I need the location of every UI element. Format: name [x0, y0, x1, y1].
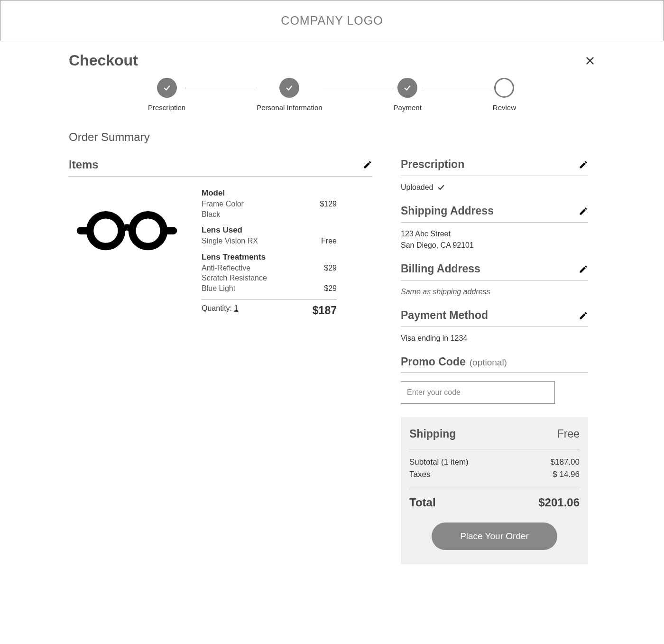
check-icon [437, 184, 445, 191]
edit-items-icon[interactable] [363, 160, 372, 169]
treatment-price: $29 [324, 263, 337, 273]
company-logo: COMPANY LOGO [0, 14, 664, 28]
quantity[interactable]: Quantity: 1 [202, 304, 238, 313]
quantity-value: 1 [234, 304, 238, 312]
promo-optional: (optional) [470, 357, 507, 368]
totals-box: Shipping Free Subtotal (1 item) $187.00 … [401, 417, 588, 564]
lens-used-value: Single Vision RX [202, 236, 258, 246]
billing-text: Same as shipping address [401, 280, 588, 298]
svg-point-2 [90, 215, 122, 247]
payment-method-heading: Payment Method [401, 309, 488, 322]
step-payment[interactable]: Payment [394, 78, 422, 112]
billing-heading: Billing Address [401, 262, 480, 275]
step-label: Payment [394, 103, 422, 112]
shipping-cost-value: Free [557, 428, 580, 440]
subtotal-value: $187.00 [551, 456, 580, 468]
total-value: $201.06 [538, 496, 580, 509]
treatment-name: Scratch Resistance [202, 273, 267, 283]
lens-used-label: Lens Used [202, 225, 242, 236]
shipping-line2: San Diego, CA 92101 [401, 240, 588, 251]
shipping-cost-label: Shipping [409, 428, 456, 440]
model-label: Model [202, 188, 225, 199]
promo-heading: Promo Code [401, 355, 466, 368]
item-total: $187 [313, 304, 337, 317]
shipping-heading: Shipping Address [401, 205, 494, 217]
lens-used-price: Free [321, 236, 337, 246]
step-prescription[interactable]: Prescription [148, 78, 185, 112]
prescription-status: Uploaded [401, 182, 433, 193]
edit-prescription-icon[interactable] [579, 160, 588, 169]
step-label: Personal Information [257, 103, 322, 112]
progress-stepper: Prescription Personal Information Paymen… [69, 78, 595, 112]
payment-method-text: Visa ending in 1234 [401, 327, 588, 344]
total-label: Total [409, 496, 436, 509]
treatments-label: Lens Treatments [202, 252, 266, 263]
edit-shipping-icon[interactable] [579, 206, 588, 216]
close-icon[interactable] [585, 56, 595, 66]
header: COMPANY LOGO [0, 0, 664, 41]
promo-input[interactable] [401, 381, 555, 404]
place-order-button[interactable]: Place Your Order [432, 523, 557, 550]
step-personal-info[interactable]: Personal Information [257, 78, 322, 112]
taxes-label: Taxes [409, 468, 430, 481]
taxes-value: $ 14.96 [553, 468, 580, 481]
glasses-icon [69, 207, 192, 254]
edit-billing-icon[interactable] [579, 264, 588, 274]
frame-color-label: Frame Color [202, 199, 244, 209]
subtotal-label: Subtotal (1 item) [409, 456, 469, 468]
edit-payment-icon[interactable] [579, 311, 588, 320]
frame-color-value: Black [202, 209, 220, 220]
step-label: Review [493, 103, 516, 112]
order-summary-heading: Order Summary [69, 131, 595, 144]
step-label: Prescription [148, 103, 185, 112]
shipping-line1: 123 Abc Street [401, 228, 588, 240]
step-review[interactable]: Review [493, 78, 516, 112]
treatment-name: Blue Light [202, 283, 235, 294]
model-price: $129 [320, 199, 337, 209]
items-heading: Items [69, 158, 99, 171]
treatment-price: $29 [324, 283, 337, 294]
cart-item: Model Frame Color $129 Black Lens Used S… [69, 177, 372, 317]
page-title: Checkout [69, 52, 138, 69]
prescription-heading: Prescription [401, 158, 464, 171]
svg-point-3 [132, 215, 164, 247]
treatment-name: Anti-Reflective [202, 263, 250, 273]
quantity-label: Quantity: [202, 304, 232, 312]
